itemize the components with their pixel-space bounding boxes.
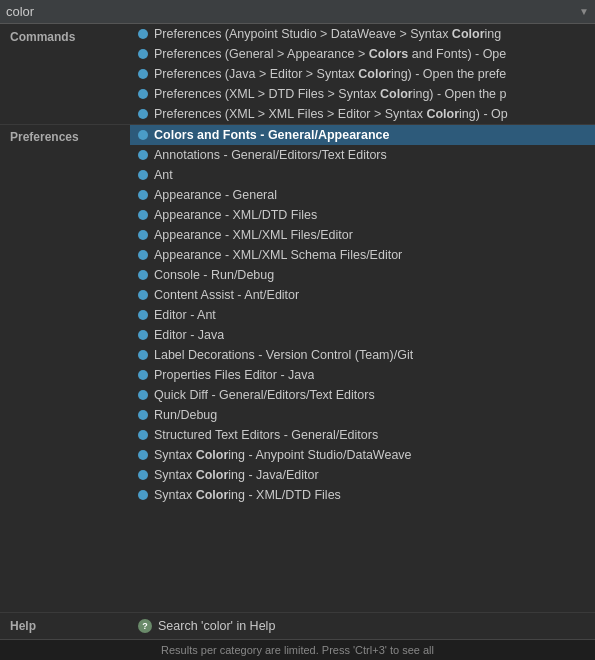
footer-text: Results per category are limited. Press … <box>161 644 434 656</box>
item-text: Preferences (XML > DTD Files > Syntax Co… <box>154 87 506 101</box>
help-search-text: Search 'color' in Help <box>158 619 275 633</box>
bullet-icon <box>138 490 148 500</box>
bullet-icon <box>138 330 148 340</box>
commands-section: Commands Preferences (Anypoint Studio > … <box>0 24 595 125</box>
item-text: Preferences (Anypoint Studio > DataWeave… <box>154 27 501 41</box>
list-item[interactable]: Annotations - General/Editors/Text Edito… <box>130 145 595 165</box>
bullet-icon <box>138 430 148 440</box>
list-item[interactable]: Appearance - XML/XML Files/Editor <box>130 225 595 245</box>
list-item[interactable]: Run/Debug <box>130 405 595 425</box>
results-area: Commands Preferences (Anypoint Studio > … <box>0 24 595 639</box>
search-input[interactable] <box>6 4 575 19</box>
list-item[interactable]: Structured Text Editors - General/Editor… <box>130 425 595 445</box>
main-container: ▼ Commands Preferences (Anypoint Studio … <box>0 0 595 660</box>
help-label: Help <box>0 613 130 639</box>
preferences-items: Colors and Fonts - General/Appearance An… <box>130 125 595 505</box>
item-text: Syntax Coloring - XML/DTD Files <box>154 488 341 502</box>
preferences-section: Preferences Colors and Fonts - General/A… <box>0 125 595 612</box>
bullet-icon <box>138 470 148 480</box>
bullet-icon <box>138 170 148 180</box>
bullet-icon <box>138 230 148 240</box>
item-text: Appearance - General <box>154 188 277 202</box>
bullet-icon <box>138 49 148 59</box>
bullet-icon <box>138 210 148 220</box>
item-text: Syntax Coloring - Java/Editor <box>154 468 319 482</box>
item-text: Properties Files Editor - Java <box>154 368 314 382</box>
bullet-icon <box>138 109 148 119</box>
commands-items: Preferences (Anypoint Studio > DataWeave… <box>130 24 595 125</box>
item-text: Quick Diff - General/Editors/Text Editor… <box>154 388 375 402</box>
bullet-icon <box>138 150 148 160</box>
bullet-icon <box>138 270 148 280</box>
bullet-icon <box>138 410 148 420</box>
item-text: Editor - Java <box>154 328 224 342</box>
dropdown-arrow-icon[interactable]: ▼ <box>579 6 589 17</box>
bullet-icon <box>138 190 148 200</box>
list-item[interactable]: Editor - Java <box>130 325 595 345</box>
item-text: Preferences (General > Appearance > Colo… <box>154 47 506 61</box>
list-item[interactable]: Syntax Coloring - XML/DTD Files <box>130 485 595 505</box>
item-text: Appearance - XML/XML Files/Editor <box>154 228 353 242</box>
bullet-icon <box>138 290 148 300</box>
help-section: Help ? Search 'color' in Help <box>0 612 595 639</box>
item-text: Appearance - XML/DTD Files <box>154 208 317 222</box>
list-item[interactable]: Appearance - General <box>130 185 595 205</box>
item-text: Run/Debug <box>154 408 217 422</box>
bullet-icon <box>138 130 148 140</box>
bullet-icon <box>138 390 148 400</box>
preferences-label: Preferences <box>0 125 130 505</box>
item-text: Structured Text Editors - General/Editor… <box>154 428 378 442</box>
list-item[interactable]: Preferences (Java > Editor > Syntax Colo… <box>130 64 595 84</box>
list-item[interactable]: Preferences (XML > DTD Files > Syntax Co… <box>130 84 595 104</box>
footer: Results per category are limited. Press … <box>0 639 595 660</box>
item-text: Label Decorations - Version Control (Tea… <box>154 348 413 362</box>
item-text: Preferences (Java > Editor > Syntax Colo… <box>154 67 506 81</box>
list-item[interactable]: Syntax Coloring - Java/Editor <box>130 465 595 485</box>
bullet-icon <box>138 29 148 39</box>
list-item[interactable]: Console - Run/Debug <box>130 265 595 285</box>
item-text: Content Assist - Ant/Editor <box>154 288 299 302</box>
bullet-icon <box>138 370 148 380</box>
list-item[interactable]: Appearance - XML/DTD Files <box>130 205 595 225</box>
list-item[interactable]: Syntax Coloring - Anypoint Studio/DataWe… <box>130 445 595 465</box>
item-text: Appearance - XML/XML Schema Files/Editor <box>154 248 402 262</box>
list-item[interactable]: Preferences (XML > XML Files > Editor > … <box>130 104 595 124</box>
list-item[interactable]: Label Decorations - Version Control (Tea… <box>130 345 595 365</box>
commands-label: Commands <box>0 24 130 125</box>
list-item[interactable]: Quick Diff - General/Editors/Text Editor… <box>130 385 595 405</box>
search-bar[interactable]: ▼ <box>0 0 595 24</box>
list-item[interactable]: Properties Files Editor - Java <box>130 365 595 385</box>
item-text: Preferences (XML > XML Files > Editor > … <box>154 107 508 121</box>
list-item[interactable]: Preferences (Anypoint Studio > DataWeave… <box>130 24 595 44</box>
bullet-icon <box>138 89 148 99</box>
bullet-icon <box>138 450 148 460</box>
list-item[interactable]: Colors and Fonts - General/Appearance <box>130 125 595 145</box>
bullet-icon <box>138 310 148 320</box>
item-text: Editor - Ant <box>154 308 216 322</box>
help-item[interactable]: ? Search 'color' in Help <box>130 613 595 639</box>
item-text: Annotations - General/Editors/Text Edito… <box>154 148 387 162</box>
preferences-row: Preferences Colors and Fonts - General/A… <box>0 125 595 505</box>
list-item[interactable]: Editor - Ant <box>130 305 595 325</box>
item-text: Ant <box>154 168 173 182</box>
list-item[interactable]: Preferences (General > Appearance > Colo… <box>130 44 595 64</box>
help-icon: ? <box>138 619 152 633</box>
bullet-icon <box>138 250 148 260</box>
list-item[interactable]: Content Assist - Ant/Editor <box>130 285 595 305</box>
list-item[interactable]: Ant <box>130 165 595 185</box>
bullet-icon <box>138 69 148 79</box>
item-text: Console - Run/Debug <box>154 268 274 282</box>
list-item[interactable]: Appearance - XML/XML Schema Files/Editor <box>130 245 595 265</box>
item-text: Colors and Fonts - General/Appearance <box>154 128 389 142</box>
bullet-icon <box>138 350 148 360</box>
item-text: Syntax Coloring - Anypoint Studio/DataWe… <box>154 448 412 462</box>
